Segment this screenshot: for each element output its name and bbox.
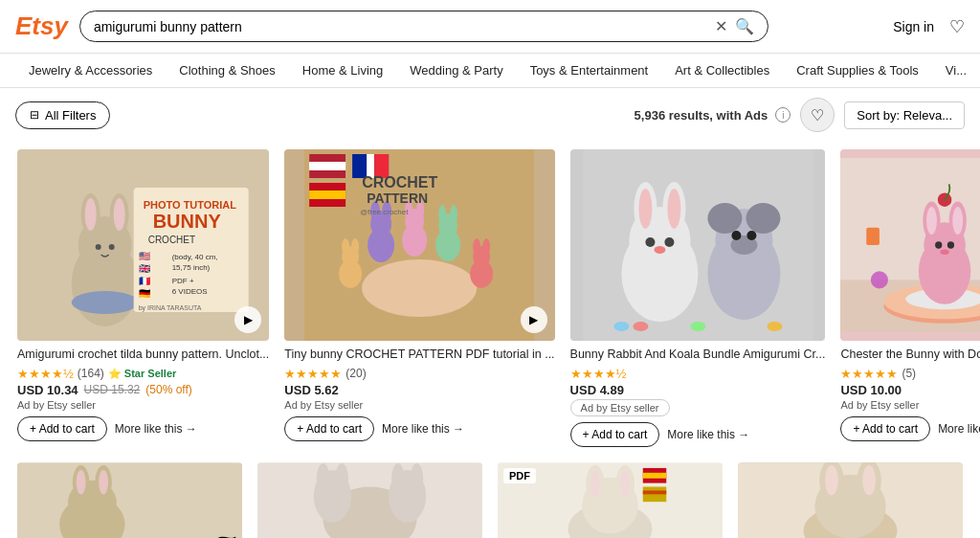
- more-like-button-2[interactable]: More like this →: [382, 422, 464, 436]
- wishlist-toolbar-button[interactable]: ♡: [800, 98, 835, 132]
- toolbar: ⊟ All Filters 5,936 results, with Ads i …: [0, 88, 980, 142]
- action-row-1: + Add to cart More like this →: [17, 416, 269, 441]
- rating-row-2: ★★★★★ (20): [284, 367, 554, 381]
- svg-point-87: [953, 207, 964, 235]
- svg-point-86: [926, 207, 937, 235]
- price-1: USD 10.34: [17, 383, 78, 397]
- svg-point-68: [707, 203, 742, 234]
- svg-rect-26: [309, 170, 345, 178]
- bottom-image-3: PDF: [498, 462, 723, 539]
- svg-point-61: [638, 189, 652, 229]
- product-card-4: Chester the Bunny with Doughnut Float ★★…: [833, 142, 980, 455]
- nav-item-craft[interactable]: Craft Supplies & Tools: [783, 54, 932, 87]
- svg-text:by IRINA TARASUTA: by IRINA TARASUTA: [139, 304, 202, 312]
- stars-3: ★★★★½: [570, 367, 627, 381]
- etsy-logo: Etsy: [15, 11, 68, 41]
- product-card-2: CROCHET PATTERN @free.crochet ▶ Tiny bun…: [277, 142, 562, 455]
- bottom-thumb-3[interactable]: PDF: [490, 455, 730, 539]
- product-title-1: Amigurumi crochet tilda bunny pattern. U…: [17, 347, 269, 364]
- svg-point-102: [99, 469, 108, 493]
- add-to-cart-button-3[interactable]: + Add to cart: [570, 422, 660, 447]
- search-bar-container: ✕ 🔍: [79, 11, 768, 42]
- price-row-3: USD 4.89: [570, 383, 826, 397]
- nav-item-clothing[interactable]: Clothing & Shoes: [166, 54, 288, 87]
- more-like-button-1[interactable]: More like this →: [115, 422, 197, 436]
- svg-text:CROCHET: CROCHET: [362, 174, 437, 191]
- svg-point-88: [938, 192, 952, 207]
- search-button[interactable]: 🔍: [735, 17, 754, 35]
- nav-item-more[interactable]: Vi...: [932, 54, 980, 87]
- product-image-4[interactable]: [840, 149, 980, 341]
- svg-point-4: [85, 198, 97, 231]
- svg-point-73: [613, 322, 629, 331]
- nav-item-art[interactable]: Art & Collectibles: [661, 54, 783, 87]
- bottom-thumb-1[interactable]: 🇩🇪: [10, 455, 250, 539]
- svg-point-75: [690, 322, 705, 331]
- bottom-thumb-2[interactable]: [250, 455, 490, 539]
- bottom-thumb-4[interactable]: [730, 455, 970, 539]
- sort-button[interactable]: Sort by: Releva...: [844, 101, 965, 129]
- svg-point-63: [654, 246, 665, 254]
- ad-badge-2: Ad by Etsy seller: [284, 399, 554, 411]
- add-to-cart-button-2[interactable]: + Add to cart: [284, 416, 374, 441]
- stars-4: ★★★★★: [840, 367, 898, 381]
- svg-point-116: [590, 470, 600, 496]
- svg-rect-120: [643, 486, 666, 502]
- bottom-image-2: [257, 462, 482, 539]
- ad-badge-1: Ad by Etsy seller: [17, 399, 269, 411]
- svg-text:@free.crochet: @free.crochet: [360, 208, 409, 216]
- price-3: USD 4.89: [570, 383, 624, 397]
- product-title-4: Chester the Bunny with Doughnut Float: [840, 347, 980, 364]
- svg-point-74: [633, 322, 648, 331]
- filter-icon: ⊟: [30, 108, 39, 122]
- star-seller-icon-1: ⭐: [108, 368, 122, 380]
- bottom-row: 🇩🇪: [0, 455, 980, 539]
- product-image-1[interactable]: PHOTO TUTORIAL BUNNY CROCHET 🇺🇸 🇬🇧 🇫🇷 🇩🇪…: [17, 149, 269, 341]
- add-to-cart-button-1[interactable]: + Add to cart: [17, 416, 107, 441]
- all-filters-button[interactable]: ⊟ All Filters: [15, 101, 110, 129]
- more-like-button-4[interactable]: More like this →: [938, 422, 980, 436]
- filters-label: All Filters: [45, 108, 96, 123]
- svg-rect-121: [643, 490, 666, 494]
- original-price-1: USD 15.32: [84, 383, 141, 396]
- svg-point-71: [731, 231, 741, 240]
- stars-1: ★★★★½: [17, 367, 74, 381]
- svg-point-6: [96, 244, 101, 250]
- svg-text:BUNNY: BUNNY: [153, 211, 222, 232]
- svg-point-48: [351, 238, 359, 256]
- svg-text:(body, 40 cm,: (body, 40 cm,: [172, 253, 218, 261]
- svg-text:🇩🇪: 🇩🇪: [139, 287, 151, 300]
- review-count-1: (164): [78, 367, 104, 380]
- product-image-3[interactable]: [570, 149, 826, 341]
- nav-item-home[interactable]: Home & Living: [289, 54, 397, 87]
- price-row-2: USD 5.62: [284, 383, 554, 397]
- svg-point-8: [72, 291, 139, 314]
- results-info-icon[interactable]: i: [775, 107, 791, 123]
- star-seller-badge-1: ⭐Star Seller: [108, 368, 176, 380]
- more-like-button-3[interactable]: More like this →: [667, 428, 749, 441]
- svg-point-72: [746, 231, 756, 240]
- svg-text:PATTERN: PATTERN: [367, 191, 428, 206]
- add-to-cart-button-4[interactable]: + Add to cart: [840, 416, 930, 441]
- nav-item-jewelry[interactable]: Jewelry & Accessories: [15, 54, 166, 87]
- search-clear-icon[interactable]: ✕: [715, 17, 727, 35]
- svg-point-91: [941, 250, 949, 255]
- wishlist-header-button[interactable]: ♡: [949, 16, 965, 37]
- sign-in-button[interactable]: Sign in: [893, 19, 934, 34]
- product-image-2[interactable]: CROCHET PATTERN @free.crochet ▶: [284, 149, 554, 341]
- rating-row-3: ★★★★½: [570, 367, 826, 381]
- bottom-image-1: 🇩🇪: [17, 462, 242, 539]
- etsy-seller-badge-3: Ad by Etsy seller: [570, 399, 670, 416]
- rating-row-4: ★★★★★ (5): [840, 367, 980, 381]
- svg-point-5: [114, 198, 125, 231]
- svg-text:🇬🇧: 🇬🇧: [139, 262, 151, 275]
- search-input[interactable]: [94, 19, 707, 34]
- nav-item-toys[interactable]: Toys & Entertainment: [517, 54, 662, 87]
- svg-rect-56: [583, 149, 813, 341]
- nav-item-wedding[interactable]: Wedding & Party: [396, 54, 516, 87]
- play-icon-2[interactable]: ▶: [521, 306, 547, 333]
- bottom-image-4: [738, 462, 963, 539]
- flag-overlay-1: 🇩🇪: [217, 534, 236, 539]
- svg-point-65: [664, 237, 674, 247]
- svg-text:6 VIDEOS: 6 VIDEOS: [172, 287, 208, 296]
